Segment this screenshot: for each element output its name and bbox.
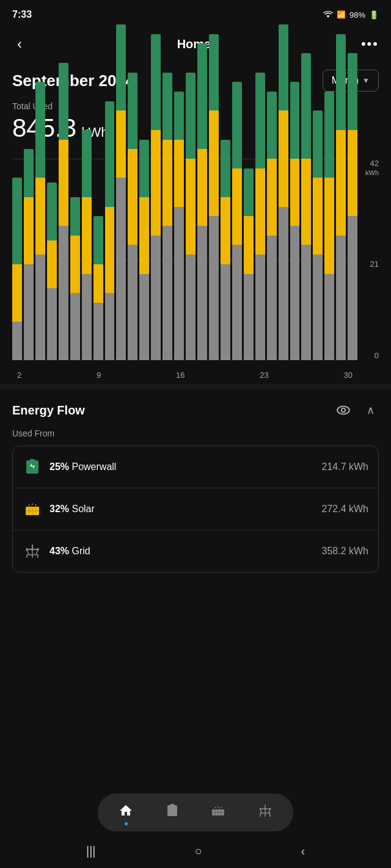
bar-stack-1 [24,149,34,360]
bar-group-24 [290,82,300,360]
bar-green-8 [105,101,115,207]
recent-button[interactable]: ||| [86,844,96,858]
bar-stack-2 [35,82,45,360]
svg-line-33 [221,807,221,808]
system-nav-bar: ||| ○ ‹ [0,834,391,868]
bar-stack-8 [105,101,115,360]
bar-group-16 [197,43,207,360]
bar-group-5 [70,197,80,360]
solar-left: 32% Solar [23,499,95,519]
bar-group-21 [255,73,265,360]
back-system-button[interactable]: ‹ [301,844,305,858]
eye-button[interactable] [335,402,352,419]
wifi-icon [323,10,333,20]
bar-yellow-0 [12,264,22,322]
bar-stack-24 [290,82,300,360]
bar-green-5 [70,197,80,236]
bar-gray-4 [59,226,68,360]
bar-yellow-18 [221,197,230,264]
bar-group-27 [324,92,334,360]
bar-yellow-12 [151,130,161,236]
bar-stack-0 [12,178,22,360]
powerwall-card: 25% Powerwall 214.7 kWh [13,446,378,488]
svg-point-43 [259,808,261,810]
y-label-21: 21 [370,259,379,269]
bar-gray-21 [255,255,265,360]
nav-home[interactable] [111,801,141,824]
grid-value: 358.2 kWh [322,546,368,557]
bar-yellow-6 [82,197,92,274]
bar-gray-14 [174,207,184,360]
solar-nav-icon [211,803,225,822]
bar-gray-1 [24,264,34,360]
bar-gray-20 [244,274,254,360]
bar-stack-23 [279,24,288,360]
bar-group-3 [47,183,57,360]
x-label-23: 23 [260,371,268,380]
bar-green-26 [313,110,323,178]
bar-stack-12 [151,34,161,360]
svg-point-23 [37,548,39,551]
solar-card: 32% Solar 272.4 kWh [13,488,378,530]
bar-green-12 [151,34,161,130]
bar-yellow-8 [105,207,115,293]
bar-group-15 [186,73,196,360]
bar-gray-8 [105,293,115,360]
grid-icon [23,541,42,561]
bar-yellow-16 [197,149,207,226]
bar-group-23 [279,24,288,360]
bar-stack-13 [163,73,172,360]
bar-green-0 [12,178,22,264]
grid-text: 43% Grid [49,546,90,557]
nav-grid[interactable] [250,801,280,824]
bar-group-7 [93,216,103,360]
chevron-down-icon: ▼ [362,76,370,85]
bar-yellow-24 [290,159,300,226]
bar-gray-16 [197,226,207,360]
nav-solar[interactable] [203,801,233,824]
powerwall-value: 214.7 kWh [322,461,368,472]
bar-yellow-2 [35,178,45,255]
grid-nav-icon [258,803,272,822]
y-label-0: 0 [375,351,379,360]
chart-x-labels: 2 9 16 23 30 [12,371,357,380]
signal-icon: 📶 [337,10,346,19]
back-button[interactable]: ‹ [12,33,27,55]
bar-green-20 [244,168,254,217]
collapse-button[interactable]: ∧ [362,402,379,419]
more-button[interactable]: ••• [361,36,379,52]
y-label-42: 42kWh [365,159,379,177]
bar-yellow-20 [244,216,254,273]
x-label-30: 30 [344,371,353,380]
bar-group-13 [163,73,172,360]
status-bar: 7:33 📶 98% 🔋 [0,0,391,27]
bar-green-23 [279,24,288,110]
used-from-label: Used From [12,429,379,438]
bar-stack-16 [197,43,207,360]
bar-yellow-17 [209,110,219,216]
bar-yellow-5 [70,236,80,293]
bar-gray-26 [313,255,323,360]
bar-yellow-28 [336,130,346,236]
bar-gray-22 [267,236,277,360]
bar-group-8 [105,101,115,360]
energy-flow-section: Energy Flow ∧ Used From [0,389,391,582]
home-system-button[interactable]: ○ [194,844,202,858]
bar-gray-5 [70,293,80,360]
bar-stack-6 [82,130,92,360]
grid-card: 43% Grid 358.2 kWh [13,530,378,572]
bar-green-21 [255,73,265,168]
bar-gray-12 [151,236,161,360]
svg-line-32 [215,807,216,808]
bar-yellow-27 [324,178,334,273]
chart-container: 42kWh 21 0 2 9 16 23 30 [0,153,391,385]
bar-gray-25 [301,245,311,360]
solar-pct: 32% [49,504,69,514]
status-time: 7:33 [12,9,32,20]
nav-powerwall[interactable] [158,801,186,823]
bar-group-6 [82,130,92,360]
x-label-9: 9 [97,371,101,380]
bar-green-10 [128,73,137,150]
bar-gray-24 [290,226,300,360]
bar-group-14 [174,92,184,360]
